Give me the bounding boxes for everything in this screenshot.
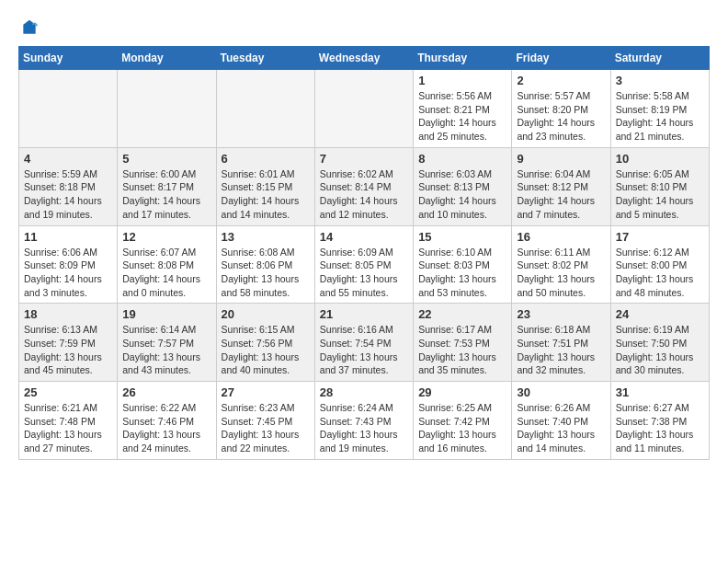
- day-number: 16: [517, 230, 605, 244]
- calendar-cell: 31Sunrise: 6:27 AMSunset: 7:38 PMDayligh…: [610, 382, 709, 460]
- day-number: 26: [122, 385, 210, 399]
- day-number: 27: [222, 385, 310, 399]
- logo-icon: [20, 18, 39, 37]
- day-number: 28: [320, 385, 408, 399]
- day-info: Sunrise: 6:21 AMSunset: 7:48 PMDaylight:…: [24, 401, 112, 455]
- calendar-cell: [216, 70, 314, 148]
- calendar-week-row: 1Sunrise: 5:56 AMSunset: 8:21 PMDaylight…: [19, 70, 710, 148]
- day-number: 5: [122, 152, 210, 166]
- day-number: 13: [222, 230, 310, 244]
- calendar-cell: 28Sunrise: 6:24 AMSunset: 7:43 PMDayligh…: [314, 382, 413, 460]
- calendar-cell: 3Sunrise: 5:58 AMSunset: 8:19 PMDaylight…: [610, 70, 709, 148]
- day-number: 12: [122, 230, 210, 244]
- calendar-cell: 17Sunrise: 6:12 AMSunset: 8:00 PMDayligh…: [610, 225, 709, 304]
- calendar-cell: 5Sunrise: 6:00 AMSunset: 8:17 PMDaylight…: [118, 147, 216, 225]
- day-number: 24: [616, 307, 704, 321]
- day-number: 14: [320, 230, 408, 244]
- day-number: 6: [222, 152, 310, 166]
- calendar-cell: 29Sunrise: 6:25 AMSunset: 7:42 PMDayligh…: [414, 382, 512, 460]
- calendar-cell: 12Sunrise: 6:07 AMSunset: 8:08 PMDayligh…: [118, 225, 216, 304]
- calendar-cell: [314, 70, 413, 148]
- calendar-cell: 18Sunrise: 6:13 AMSunset: 7:59 PMDayligh…: [19, 304, 118, 382]
- calendar-header-friday: Friday: [512, 47, 610, 70]
- calendar-header-wednesday: Wednesday: [314, 47, 413, 70]
- calendar-cell: 2Sunrise: 5:57 AMSunset: 8:20 PMDaylight…: [512, 70, 610, 148]
- day-info: Sunrise: 6:23 AMSunset: 7:45 PMDaylight:…: [222, 401, 310, 455]
- calendar-cell: 23Sunrise: 6:18 AMSunset: 7:51 PMDayligh…: [512, 304, 610, 382]
- day-number: 31: [616, 385, 704, 399]
- logo: [18, 18, 39, 37]
- day-info: Sunrise: 6:22 AMSunset: 7:46 PMDaylight:…: [122, 401, 210, 455]
- day-info: Sunrise: 6:01 AMSunset: 8:15 PMDaylight:…: [222, 167, 310, 222]
- day-info: Sunrise: 6:07 AMSunset: 8:08 PMDaylight:…: [122, 246, 210, 300]
- day-info: Sunrise: 6:25 AMSunset: 7:42 PMDaylight:…: [418, 401, 506, 455]
- day-number: 2: [517, 74, 605, 87]
- day-info: Sunrise: 6:10 AMSunset: 8:03 PMDaylight:…: [418, 246, 506, 300]
- day-number: 18: [24, 307, 112, 321]
- day-info: Sunrise: 6:24 AMSunset: 7:43 PMDaylight:…: [320, 401, 408, 455]
- day-info: Sunrise: 6:15 AMSunset: 7:56 PMDaylight:…: [222, 323, 310, 377]
- day-number: 23: [517, 307, 605, 321]
- day-number: 15: [418, 230, 506, 244]
- calendar-cell: 16Sunrise: 6:11 AMSunset: 8:02 PMDayligh…: [512, 225, 610, 304]
- day-info: Sunrise: 6:27 AMSunset: 7:38 PMDaylight:…: [616, 401, 704, 455]
- calendar-cell: 15Sunrise: 6:10 AMSunset: 8:03 PMDayligh…: [414, 225, 512, 304]
- calendar-week-row: 25Sunrise: 6:21 AMSunset: 7:48 PMDayligh…: [19, 382, 710, 460]
- day-info: Sunrise: 6:02 AMSunset: 8:14 PMDaylight:…: [320, 167, 408, 222]
- day-info: Sunrise: 6:00 AMSunset: 8:17 PMDaylight:…: [122, 167, 210, 222]
- day-info: Sunrise: 6:12 AMSunset: 8:00 PMDaylight:…: [616, 246, 704, 300]
- calendar-week-row: 18Sunrise: 6:13 AMSunset: 7:59 PMDayligh…: [19, 304, 710, 382]
- day-number: 20: [222, 307, 310, 321]
- day-info: Sunrise: 6:26 AMSunset: 7:40 PMDaylight:…: [517, 401, 605, 455]
- day-number: 7: [320, 152, 408, 166]
- calendar-header-monday: Monday: [118, 47, 216, 70]
- day-number: 10: [616, 152, 704, 166]
- calendar-header-thursday: Thursday: [414, 47, 512, 70]
- calendar-cell: 21Sunrise: 6:16 AMSunset: 7:54 PMDayligh…: [314, 304, 413, 382]
- page-header: [18, 18, 710, 37]
- calendar-cell: 9Sunrise: 6:04 AMSunset: 8:12 PMDaylight…: [512, 147, 610, 225]
- calendar-cell: 13Sunrise: 6:08 AMSunset: 8:06 PMDayligh…: [216, 225, 314, 304]
- day-info: Sunrise: 6:11 AMSunset: 8:02 PMDaylight:…: [517, 246, 605, 300]
- day-info: Sunrise: 6:19 AMSunset: 7:50 PMDaylight:…: [616, 323, 704, 377]
- calendar-cell: 27Sunrise: 6:23 AMSunset: 7:45 PMDayligh…: [216, 382, 314, 460]
- day-number: 17: [616, 230, 704, 244]
- calendar-cell: 19Sunrise: 6:14 AMSunset: 7:57 PMDayligh…: [118, 304, 216, 382]
- day-info: Sunrise: 5:58 AMSunset: 8:19 PMDaylight:…: [616, 89, 704, 144]
- calendar-header-sunday: Sunday: [19, 47, 118, 70]
- day-info: Sunrise: 6:05 AMSunset: 8:10 PMDaylight:…: [616, 167, 704, 222]
- day-number: 19: [122, 307, 210, 321]
- calendar-header-saturday: Saturday: [610, 47, 709, 70]
- calendar-week-row: 11Sunrise: 6:06 AMSunset: 8:09 PMDayligh…: [19, 225, 710, 304]
- day-number: 11: [24, 230, 112, 244]
- calendar-cell: 8Sunrise: 6:03 AMSunset: 8:13 PMDaylight…: [414, 147, 512, 225]
- day-info: Sunrise: 6:13 AMSunset: 7:59 PMDaylight:…: [24, 323, 112, 377]
- day-info: Sunrise: 6:08 AMSunset: 8:06 PMDaylight:…: [222, 246, 310, 300]
- day-number: 22: [418, 307, 506, 321]
- day-info: Sunrise: 5:57 AMSunset: 8:20 PMDaylight:…: [517, 89, 605, 144]
- calendar-header-row: SundayMondayTuesdayWednesdayThursdayFrid…: [19, 47, 710, 70]
- day-number: 9: [517, 152, 605, 166]
- day-info: Sunrise: 6:04 AMSunset: 8:12 PMDaylight:…: [517, 167, 605, 222]
- calendar-cell: 6Sunrise: 6:01 AMSunset: 8:15 PMDaylight…: [216, 147, 314, 225]
- calendar-cell: 7Sunrise: 6:02 AMSunset: 8:14 PMDaylight…: [314, 147, 413, 225]
- day-info: Sunrise: 6:14 AMSunset: 7:57 PMDaylight:…: [122, 323, 210, 377]
- calendar-cell: 11Sunrise: 6:06 AMSunset: 8:09 PMDayligh…: [19, 225, 118, 304]
- calendar-header-tuesday: Tuesday: [216, 47, 314, 70]
- day-number: 30: [517, 385, 605, 399]
- calendar-cell: 26Sunrise: 6:22 AMSunset: 7:46 PMDayligh…: [118, 382, 216, 460]
- calendar-cell: 1Sunrise: 5:56 AMSunset: 8:21 PMDaylight…: [414, 70, 512, 148]
- calendar-table: SundayMondayTuesdayWednesdayThursdayFrid…: [18, 46, 710, 460]
- day-info: Sunrise: 5:59 AMSunset: 8:18 PMDaylight:…: [24, 167, 112, 222]
- calendar-cell: 4Sunrise: 5:59 AMSunset: 8:18 PMDaylight…: [19, 147, 118, 225]
- day-info: Sunrise: 6:06 AMSunset: 8:09 PMDaylight:…: [24, 246, 112, 300]
- day-number: 4: [24, 152, 112, 166]
- calendar-cell: 10Sunrise: 6:05 AMSunset: 8:10 PMDayligh…: [610, 147, 709, 225]
- day-number: 3: [616, 74, 704, 87]
- calendar-cell: [19, 70, 118, 148]
- day-number: 8: [418, 152, 506, 166]
- day-info: Sunrise: 6:09 AMSunset: 8:05 PMDaylight:…: [320, 246, 408, 300]
- calendar-week-row: 4Sunrise: 5:59 AMSunset: 8:18 PMDaylight…: [19, 147, 710, 225]
- calendar-cell: [118, 70, 216, 148]
- calendar-cell: 14Sunrise: 6:09 AMSunset: 8:05 PMDayligh…: [314, 225, 413, 304]
